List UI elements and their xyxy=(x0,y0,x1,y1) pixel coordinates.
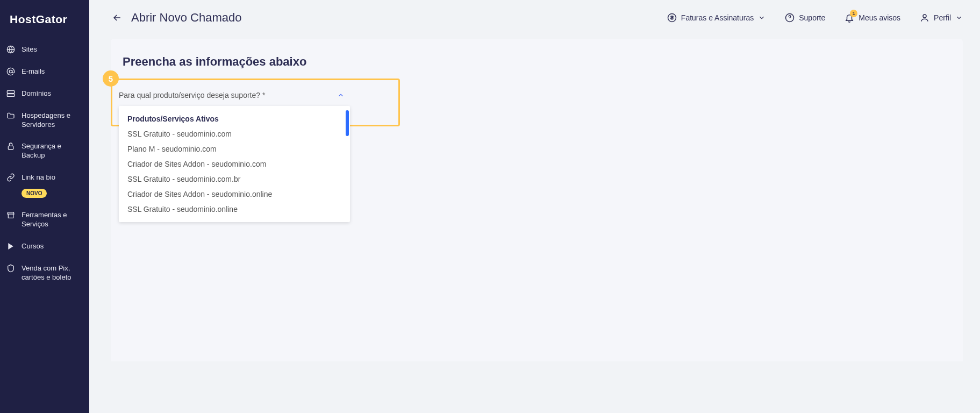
globe-icon xyxy=(6,45,15,54)
sidebar-item-label: Segurança e Backup xyxy=(22,142,83,160)
chevron-up-icon xyxy=(337,91,345,99)
step-number-badge: 5 xyxy=(103,70,119,87)
highlighted-form-box: Para qual produto/serviço deseja suporte… xyxy=(111,79,400,126)
dropdown-group-header: Produtos/Serviços Ativos xyxy=(119,111,350,126)
faturas-menu[interactable]: Faturas e Assinaturas xyxy=(667,13,766,23)
store-icon xyxy=(6,211,15,219)
dropdown-option[interactable]: SSL Gratuito - seudominio.com.br xyxy=(119,172,350,187)
bell-icon: 1 xyxy=(845,13,854,23)
sidebar-item-label: Domínios xyxy=(22,89,51,98)
sidebar-item-dominios[interactable]: Domínios xyxy=(0,83,89,105)
sidebar-item-emails[interactable]: E-mails xyxy=(0,61,89,83)
dropdown-option[interactable]: Criador de Sites Addon - seudominio.onli… xyxy=(119,187,350,202)
dropdown-scrollbar[interactable] xyxy=(346,110,349,136)
dropdown-option[interactable]: SSL Gratuito - seudominio.com xyxy=(119,126,350,141)
novo-badge: NOVO xyxy=(22,189,47,198)
user-icon xyxy=(920,13,929,23)
sidebar-item-label: Hospedagens e Servidores xyxy=(22,111,83,130)
faturas-label: Faturas e Assinaturas xyxy=(681,13,754,22)
lock-icon xyxy=(6,142,15,151)
shield-icon xyxy=(6,264,15,273)
dropdown-option[interactable]: Plano M - seudominio.com xyxy=(119,141,350,156)
server-icon xyxy=(6,89,15,98)
sidebar-item-venda[interactable]: Venda com Pix, cartões e boleto xyxy=(0,258,89,289)
page-title: Abrir Novo Chamado xyxy=(131,11,241,25)
sidebar-item-seguranca[interactable]: Segurança e Backup xyxy=(0,136,89,167)
svg-point-7 xyxy=(923,15,926,18)
chevron-down-icon xyxy=(955,14,963,22)
dropdown-option[interactable]: Criador de Sites Addon - seudominio.com xyxy=(119,156,350,172)
sidebar-item-label: Cursos xyxy=(22,242,44,251)
product-select[interactable]: Para qual produto/serviço deseja suporte… xyxy=(119,88,345,103)
suporte-label: Suporte xyxy=(799,13,825,22)
brand-logo: HostGator xyxy=(0,13,89,39)
avisos-link[interactable]: 1 Meus avisos xyxy=(845,13,900,23)
topbar: Abrir Novo Chamado Faturas e Assinaturas xyxy=(111,11,963,25)
avisos-label: Meus avisos xyxy=(859,13,900,22)
sidebar-item-ferramentas[interactable]: Ferramentas e Serviços xyxy=(0,204,89,236)
sidebar-item-linknabio[interactable]: Link na bio NOVO xyxy=(0,167,89,204)
sidebar-item-label: E-mails xyxy=(22,67,45,76)
sidebar-item-cursos[interactable]: Cursos xyxy=(0,236,89,258)
dollar-icon xyxy=(667,13,677,23)
main: Abrir Novo Chamado Faturas e Assinaturas xyxy=(89,0,980,413)
section-title: Preencha as informações abaixo xyxy=(123,55,963,69)
sidebar-item-label: Ferramentas e Serviços xyxy=(22,211,83,229)
folder-icon xyxy=(6,111,15,120)
sidebar-item-hospedagens[interactable]: Hospedagens e Servidores xyxy=(0,105,89,136)
dropdown-option[interactable]: SSL Gratuito - seudominio.online xyxy=(119,202,350,217)
svg-point-1 xyxy=(9,70,12,73)
sidebar: HostGator Sites E-mails Domínios xyxy=(0,0,89,413)
sidebar-item-sites[interactable]: Sites xyxy=(0,39,89,61)
perfil-menu[interactable]: Perfil xyxy=(920,13,963,23)
perfil-label: Perfil xyxy=(934,13,951,22)
nav-list: Sites E-mails Domínios Hospedagens e Ser… xyxy=(0,39,89,289)
link-icon xyxy=(6,173,15,182)
back-button[interactable] xyxy=(111,11,124,24)
svg-rect-3 xyxy=(7,94,14,96)
help-icon xyxy=(785,13,795,23)
chevron-down-icon xyxy=(758,14,766,22)
play-icon xyxy=(6,242,15,251)
at-icon xyxy=(6,67,15,76)
suporte-link[interactable]: Suporte xyxy=(785,13,825,23)
sidebar-item-label: Venda com Pix, cartões e boleto xyxy=(22,264,83,282)
svg-rect-4 xyxy=(8,146,13,150)
notification-count-badge: 1 xyxy=(850,10,857,17)
product-select-label: Para qual produto/serviço deseja suporte… xyxy=(119,91,265,99)
product-dropdown: Produtos/Serviços Ativos SSL Gratuito - … xyxy=(119,106,350,222)
sidebar-item-label: Sites xyxy=(22,45,37,54)
content-card: Preencha as informações abaixo 5 Para qu… xyxy=(111,39,963,361)
sidebar-item-label: Link na bio xyxy=(22,173,55,182)
svg-rect-2 xyxy=(7,90,14,93)
